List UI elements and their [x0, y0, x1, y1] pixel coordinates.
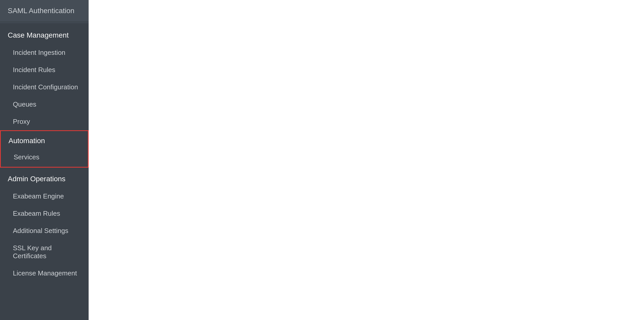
- sidebar-item-saml-authentication[interactable]: SAML Authentication: [0, 0, 89, 22]
- sidebar-section-automation: Automation: [1, 131, 88, 149]
- sidebar-item-queues[interactable]: Queues: [0, 96, 89, 113]
- main-content: [89, 0, 644, 320]
- sidebar-item-additional-settings[interactable]: Additional Settings: [0, 222, 89, 239]
- sidebar-section-case-management: Case Management: [0, 24, 89, 44]
- sidebar-item-license-management[interactable]: License Management: [0, 265, 89, 282]
- sidebar-item-ssl-key-certificates[interactable]: SSL Key and Certificates: [0, 239, 89, 265]
- automation-highlight-box: Automation Services: [0, 130, 89, 168]
- sidebar-item-exabeam-engine[interactable]: Exabeam Engine: [0, 188, 89, 205]
- sidebar-item-exabeam-rules[interactable]: Exabeam Rules: [0, 205, 89, 222]
- sidebar-item-incident-rules[interactable]: Incident Rules: [0, 61, 89, 79]
- sidebar: SAML Authentication Case Management Inci…: [0, 0, 89, 320]
- sidebar-item-proxy[interactable]: Proxy: [0, 113, 89, 130]
- sidebar-section-admin-operations: Admin Operations: [0, 168, 89, 188]
- sidebar-item-incident-configuration[interactable]: Incident Configuration: [0, 79, 89, 96]
- sidebar-item-services[interactable]: Services: [1, 149, 88, 167]
- sidebar-item-incident-ingestion[interactable]: Incident Ingestion: [0, 44, 89, 61]
- sidebar-divider-1: [0, 23, 89, 23]
